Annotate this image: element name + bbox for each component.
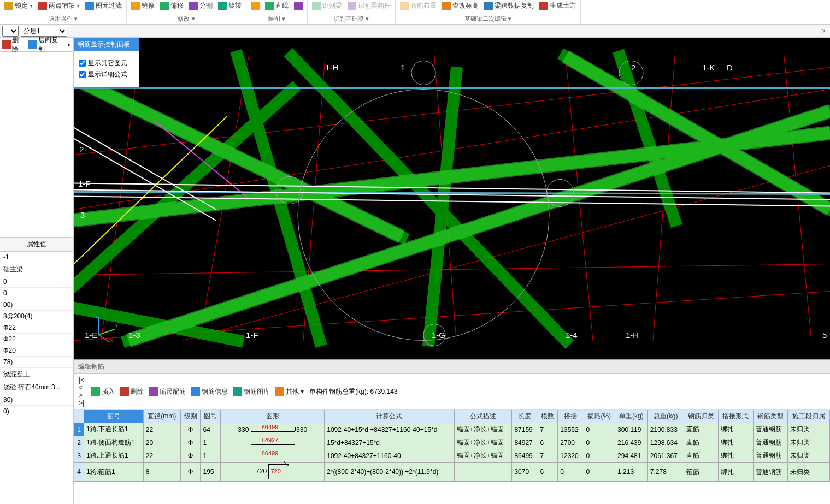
svg-point-35 xyxy=(411,61,435,85)
nav-button[interactable]: |< xyxy=(77,376,86,384)
svg-text:Z: Z xyxy=(96,316,99,319)
property-row[interactable]: Φ20 xyxy=(0,345,73,357)
gen-earthwork-btn[interactable]: 生成土方 xyxy=(539,1,576,10)
point-btn-icon xyxy=(251,2,260,10)
svg-text:1-G: 1-G xyxy=(432,330,445,340)
insert-button[interactable]: 插入 xyxy=(91,387,115,396)
split-button[interactable]: 分割 xyxy=(189,1,213,10)
column-header[interactable]: 施工段归属 xyxy=(788,410,830,423)
rebar-display-panel: 钢筋显示控制面板 显示其它图元 显示详细公式 xyxy=(74,38,139,87)
column-header[interactable]: 搭接形式 xyxy=(719,410,753,423)
rotate-button[interactable]: 旋转 xyxy=(218,1,242,10)
ribbon-group-label: 基础梁二次编辑 ▾ xyxy=(400,15,576,24)
rebar-toolbar: |<<>>| 插入 删除 缩尺配筋 钢筋信息 钢筋图库 其他 ▾ 单构件钢筋总重… xyxy=(74,374,830,410)
scale-rebar-button[interactable]: 缩尺配筋 xyxy=(149,387,186,396)
delete-button[interactable]: 删除 xyxy=(120,387,144,396)
panel-title: 钢筋显示控制面板 xyxy=(74,38,139,51)
column-header[interactable]: 钢筋类型 xyxy=(753,410,787,423)
column-header[interactable]: 损耗(%) xyxy=(584,410,615,423)
smart-arrange-btn: 智能布置 xyxy=(400,1,437,10)
rebar-info-button[interactable]: 钢筋信息 xyxy=(191,387,228,396)
property-row[interactable]: 础主梁 xyxy=(0,263,73,276)
column-header[interactable]: 公式描述 xyxy=(454,410,512,423)
svg-text:5: 5 xyxy=(822,330,827,340)
column-header[interactable]: 长度 xyxy=(512,410,538,423)
dropdown-1[interactable] xyxy=(2,26,19,37)
edit-rebar-panel: 编辑钢筋 |<<>>| 插入 删除 缩尺配筋 钢筋信息 钢筋图库 其他 ▾ 单构… xyxy=(74,359,830,504)
column-header[interactable]: 计算公式 xyxy=(325,410,454,423)
property-row[interactable]: 30) xyxy=(0,394,73,406)
property-row[interactable]: Φ22 xyxy=(0,334,73,345)
point-btn[interactable] xyxy=(251,1,260,10)
svg-text:1-H: 1-H xyxy=(626,330,639,340)
property-row[interactable]: 0) xyxy=(0,406,73,417)
element-filter-button[interactable]: 图元过滤 xyxy=(85,1,122,10)
rebar-table[interactable]: 筋号直径(mm)级别图号图形计算公式公式描述长度根数搭接损耗(%)单重(kg)总… xyxy=(74,410,830,504)
column-header[interactable]: 图形 xyxy=(221,410,325,423)
beam-span-copy-btn-icon xyxy=(484,2,493,10)
svg-text:3: 3 xyxy=(80,210,85,220)
rebar-library-button[interactable]: 钢筋图库 xyxy=(233,387,270,396)
expand-icon[interactable]: » xyxy=(67,41,71,49)
layer-copy-button[interactable]: 层间复制 xyxy=(28,35,64,54)
table-row[interactable]: 31跨.上通长筋122Φ1 86499 1092-40+84327+1160-4… xyxy=(74,449,830,463)
column-header[interactable]: 钢筋归类 xyxy=(684,410,718,423)
3d-viewport[interactable]: 钢筋显示控制面板 显示其它图元 显示详细公式 xyxy=(74,38,830,359)
nav-button[interactable]: > xyxy=(77,392,86,399)
left-panel: 删除 层间复制 » 属性值 -1础主梁0000)8@200(4)Φ22Φ22Φ2… xyxy=(0,38,74,504)
beam-span-copy-btn[interactable]: 梁跨数据复制 xyxy=(484,1,534,10)
split-button-icon xyxy=(189,2,198,10)
property-row[interactable]: 浇砼 碎石40mm 3... xyxy=(0,381,73,394)
table-row[interactable]: 11跨.下通长筋122Φ64330 86499 3301092-40+15*d … xyxy=(74,423,830,436)
line-btn-icon xyxy=(265,2,274,10)
column-header[interactable]: 根数 xyxy=(538,410,558,423)
lock-button[interactable]: 锁定 xyxy=(4,1,33,10)
identify-beam-btn: 识别梁 xyxy=(312,1,342,10)
property-header: 属性值 xyxy=(0,238,73,252)
property-row[interactable]: 0 xyxy=(0,276,73,288)
property-row[interactable]: Φ22 xyxy=(0,322,73,334)
property-row[interactable]: -1 xyxy=(0,252,73,263)
delete-button[interactable]: 删除 xyxy=(2,35,25,54)
svg-text:1-K: 1-K xyxy=(702,63,715,72)
svg-line-58 xyxy=(98,329,115,335)
column-header[interactable] xyxy=(74,410,84,423)
column-header[interactable]: 直径(mm) xyxy=(143,410,180,423)
column-header[interactable]: 单重(kg) xyxy=(615,410,648,423)
nav-button[interactable]: < xyxy=(77,384,86,392)
rotate-button-icon xyxy=(218,2,227,10)
mirror-button[interactable]: 镜像 xyxy=(131,1,155,10)
close-icon[interactable]: × xyxy=(820,27,828,35)
lock-button-icon xyxy=(4,2,13,10)
ribbon-group-label: 通用操作 ▾ xyxy=(4,15,122,24)
svg-text:1-F: 1-F xyxy=(78,179,91,188)
layer-dropdown[interactable]: 分层1 xyxy=(21,26,67,37)
show-detail-formula-checkbox[interactable]: 显示详细公式 xyxy=(79,70,134,79)
smart-arrange-btn-icon xyxy=(400,2,409,10)
panel-title: 编辑钢筋 xyxy=(74,360,830,374)
svg-text:2: 2 xyxy=(79,145,84,154)
column-header[interactable]: 筋号 xyxy=(84,410,144,423)
column-header[interactable]: 总重(kg) xyxy=(647,410,684,423)
line-btn[interactable]: 直线 xyxy=(265,1,289,10)
column-header[interactable]: 搭接 xyxy=(558,410,584,423)
offset-button[interactable]: 偏移 xyxy=(160,1,184,10)
column-header[interactable]: 级别 xyxy=(180,410,201,423)
property-row[interactable]: 浇混凝土 xyxy=(0,368,73,381)
ribbon-group-label: 修改 ▾ xyxy=(131,15,242,24)
property-row[interactable]: 0 xyxy=(0,288,73,299)
show-other-elements-checkbox[interactable]: 显示其它图元 xyxy=(79,58,134,68)
rect-btn[interactable] xyxy=(294,1,303,10)
property-row[interactable]: 00) xyxy=(0,299,73,311)
other-button[interactable]: 其他 ▾ xyxy=(275,387,304,396)
two-point-axis-button[interactable]: 两点辅轴 xyxy=(38,1,80,10)
property-row[interactable]: 78) xyxy=(0,357,73,368)
table-row[interactable]: 41跨.箍筋18Φ195720 7202*((800-2*40)+(800-2*… xyxy=(74,463,830,482)
total-weight-label: 单构件钢筋总重(kg): 6739.143 xyxy=(309,387,397,396)
check-elevation-btn[interactable]: 查改标高 xyxy=(442,1,479,10)
nav-button[interactable]: >| xyxy=(77,399,86,407)
table-row[interactable]: 21跨.侧面构造筋120Φ1 84927 15*d+84327+15*d锚固+净… xyxy=(74,436,830,449)
column-header[interactable]: 图号 xyxy=(201,410,221,423)
property-row[interactable]: 8@200(4) xyxy=(0,311,73,322)
check-elevation-btn-icon xyxy=(442,2,451,10)
